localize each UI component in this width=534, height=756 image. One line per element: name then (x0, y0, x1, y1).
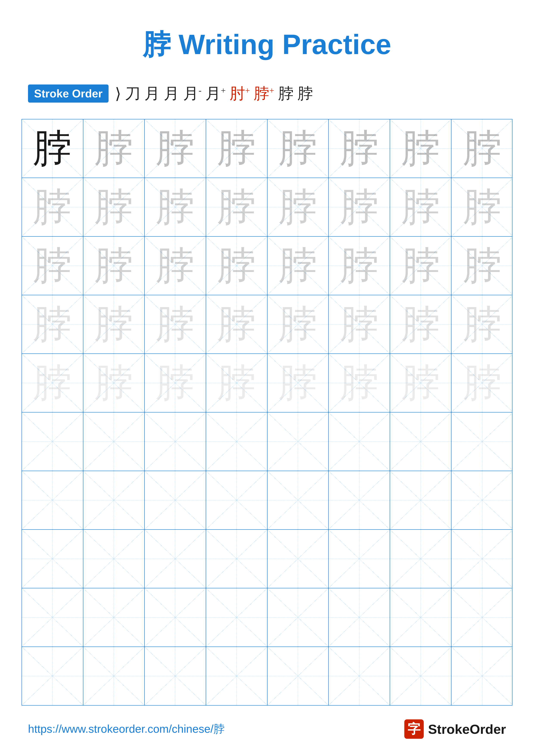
grid-cell-8-4[interactable] (206, 530, 267, 588)
grid-cell-5-4[interactable]: 脖 (206, 354, 267, 412)
grid-cell-8-1[interactable] (22, 530, 83, 588)
seq-2: 刀 (125, 83, 140, 104)
seq-10: 脖 (297, 83, 313, 104)
grid-cell-8-3[interactable] (145, 530, 206, 588)
grid-cell-10-6[interactable] (329, 647, 390, 705)
grid-cell-9-1[interactable] (22, 588, 83, 647)
grid-cell-9-2[interactable] (83, 588, 145, 647)
grid-cell-2-5[interactable]: 脖 (267, 178, 329, 236)
grid-row-6 (22, 413, 512, 471)
grid-cell-5-2[interactable]: 脖 (83, 354, 145, 412)
grid-cell-6-2[interactable] (83, 413, 145, 471)
grid-cell-6-4[interactable] (206, 413, 267, 471)
grid-cell-10-3[interactable] (145, 647, 206, 705)
char-practice: 脖 (279, 129, 317, 168)
grid-cell-10-1[interactable] (22, 647, 83, 705)
grid-cell-8-6[interactable] (329, 530, 390, 588)
grid-cell-1-4[interactable]: 脖 (206, 120, 267, 177)
grid-cell-1-3[interactable]: 脖 (145, 120, 206, 177)
grid-cell-2-1[interactable]: 脖 (22, 178, 83, 236)
grid-row-3: 脖 脖 脖 脖 脖 脖 脖 脖 (22, 237, 512, 295)
grid-cell-2-3[interactable]: 脖 (145, 178, 206, 236)
grid-cell-7-5[interactable] (267, 471, 329, 529)
brand-icon: 字 (404, 719, 424, 739)
grid-cell-6-3[interactable] (145, 413, 206, 471)
grid-cell-8-7[interactable] (390, 530, 451, 588)
grid-cell-9-8[interactable] (451, 588, 513, 647)
char-practice: 脖 (217, 188, 256, 227)
grid-cell-1-8[interactable]: 脖 (451, 120, 513, 177)
grid-cell-9-6[interactable] (329, 588, 390, 647)
grid-row-1: 脖 脖 脖 脖 脖 脖 脖 脖 (22, 120, 512, 178)
grid-cell-10-8[interactable] (451, 647, 513, 705)
grid-cell-7-2[interactable] (83, 471, 145, 529)
grid-cell-3-8[interactable]: 脖 (451, 237, 513, 295)
grid-cell-5-7[interactable]: 脖 (390, 354, 451, 412)
char-practice: 脖 (279, 188, 317, 227)
grid-cell-7-1[interactable] (22, 471, 83, 529)
grid-cell-2-6[interactable]: 脖 (329, 178, 390, 236)
grid-row-5: 脖 脖 脖 脖 脖 脖 脖 脖 (22, 354, 512, 413)
grid-cell-4-2[interactable]: 脖 (83, 295, 145, 353)
grid-cell-7-8[interactable] (451, 471, 513, 529)
grid-cell-1-2[interactable]: 脖 (83, 120, 145, 177)
grid-cell-1-7[interactable]: 脖 (390, 120, 451, 177)
grid-cell-10-5[interactable] (267, 647, 329, 705)
grid-cell-2-4[interactable]: 脖 (206, 178, 267, 236)
grid-cell-10-7[interactable] (390, 647, 451, 705)
grid-cell-1-6[interactable]: 脖 (329, 120, 390, 177)
char-practice: 脖 (463, 246, 502, 285)
grid-cell-5-5[interactable]: 脖 (267, 354, 329, 412)
grid-cell-9-4[interactable] (206, 588, 267, 647)
grid-cell-3-2[interactable]: 脖 (83, 237, 145, 295)
grid-cell-4-6[interactable]: 脖 (329, 295, 390, 353)
grid-cell-3-6[interactable]: 脖 (329, 237, 390, 295)
grid-row-9 (22, 588, 512, 647)
stroke-sequence: ⟩ 刀 月 月 月- 月+ 肘+ 脖+ 脖 脖 (115, 83, 313, 104)
char-practice: 脖 (340, 188, 379, 227)
char-practice: 脖 (33, 364, 72, 402)
grid-cell-6-7[interactable] (390, 413, 451, 471)
grid-cell-2-2[interactable]: 脖 (83, 178, 145, 236)
grid-cell-2-8[interactable]: 脖 (451, 178, 513, 236)
char-practice: 脖 (401, 246, 440, 285)
seq-3: 月 (144, 83, 160, 104)
grid-cell-5-1[interactable]: 脖 (22, 354, 83, 412)
grid-cell-1-1[interactable]: 脖 (22, 120, 83, 177)
grid-cell-6-6[interactable] (329, 413, 390, 471)
grid-cell-4-8[interactable]: 脖 (451, 295, 513, 353)
grid-cell-10-4[interactable] (206, 647, 267, 705)
grid-cell-4-4[interactable]: 脖 (206, 295, 267, 353)
grid-row-10 (22, 647, 512, 705)
grid-cell-7-7[interactable] (390, 471, 451, 529)
grid-cell-7-6[interactable] (329, 471, 390, 529)
grid-cell-9-3[interactable] (145, 588, 206, 647)
grid-cell-3-5[interactable]: 脖 (267, 237, 329, 295)
grid-cell-7-3[interactable] (145, 471, 206, 529)
grid-cell-6-8[interactable] (451, 413, 513, 471)
grid-cell-3-7[interactable]: 脖 (390, 237, 451, 295)
grid-cell-8-8[interactable] (451, 530, 513, 588)
grid-cell-8-5[interactable] (267, 530, 329, 588)
grid-cell-2-7[interactable]: 脖 (390, 178, 451, 236)
char-practice: 脖 (156, 305, 194, 344)
grid-cell-3-3[interactable]: 脖 (145, 237, 206, 295)
stroke-order-section: Stroke Order ⟩ 刀 月 月 月- 月+ 肘+ 脖+ 脖 脖 (0, 77, 534, 115)
grid-cell-8-2[interactable] (83, 530, 145, 588)
grid-cell-5-6[interactable]: 脖 (329, 354, 390, 412)
grid-cell-3-4[interactable]: 脖 (206, 237, 267, 295)
grid-cell-6-5[interactable] (267, 413, 329, 471)
grid-cell-6-1[interactable] (22, 413, 83, 471)
grid-cell-9-7[interactable] (390, 588, 451, 647)
grid-cell-1-5[interactable]: 脖 (267, 120, 329, 177)
grid-cell-5-8[interactable]: 脖 (451, 354, 513, 412)
grid-cell-5-3[interactable]: 脖 (145, 354, 206, 412)
grid-cell-4-7[interactable]: 脖 (390, 295, 451, 353)
grid-cell-7-4[interactable] (206, 471, 267, 529)
grid-cell-9-5[interactable] (267, 588, 329, 647)
grid-cell-4-1[interactable]: 脖 (22, 295, 83, 353)
grid-cell-10-2[interactable] (83, 647, 145, 705)
grid-cell-4-5[interactable]: 脖 (267, 295, 329, 353)
grid-cell-4-3[interactable]: 脖 (145, 295, 206, 353)
grid-cell-3-1[interactable]: 脖 (22, 237, 83, 295)
